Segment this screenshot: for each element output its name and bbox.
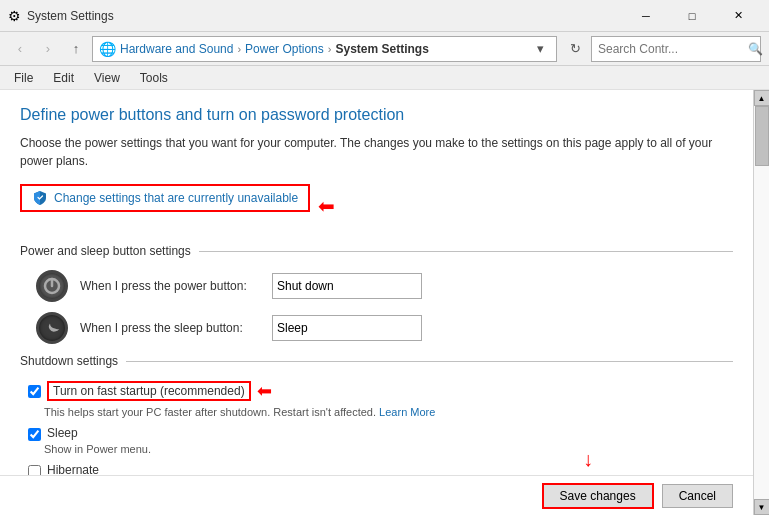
breadcrumb-hardware[interactable]: Hardware and Sound bbox=[120, 42, 233, 56]
sleep-button-icon bbox=[36, 312, 68, 344]
sleep-show-checkbox[interactable] bbox=[28, 428, 41, 441]
menu-view[interactable]: View bbox=[88, 69, 126, 87]
breadcrumb-current: System Settings bbox=[335, 42, 428, 56]
section2-title: Shutdown settings bbox=[20, 354, 118, 368]
section1-title: Power and sleep button settings bbox=[20, 244, 191, 258]
arrow-right-red: ⬅ bbox=[318, 194, 335, 218]
learn-more-link[interactable]: Learn More bbox=[379, 406, 435, 418]
fast-startup-arrow: ⬅ bbox=[257, 380, 272, 402]
change-settings-link[interactable]: Change settings that are currently unava… bbox=[54, 191, 298, 205]
address-dropdown-button[interactable]: ▾ bbox=[530, 37, 550, 61]
main-content: Define power buttons and turn on passwor… bbox=[0, 90, 769, 515]
title-bar: ⚙ System Settings ─ □ ✕ bbox=[0, 0, 769, 32]
sleep-button-label: When I press the sleep button: bbox=[80, 321, 260, 335]
window-title: System Settings bbox=[27, 9, 623, 23]
refresh-button[interactable]: ↻ bbox=[563, 37, 587, 61]
sleep-show-label[interactable]: Sleep bbox=[47, 426, 78, 440]
red-down-arrow: ↓ bbox=[583, 448, 593, 471]
power-button-dropdown[interactable]: Shut down Sleep Hibernate Turn off the d… bbox=[272, 273, 422, 299]
globe-icon: 🌐 bbox=[99, 41, 116, 57]
section2-header: Shutdown settings bbox=[20, 354, 733, 368]
sleep-show-desc: Show in Power menu. bbox=[44, 443, 733, 455]
fast-startup-label[interactable]: Turn on fast startup (recommended) bbox=[53, 384, 245, 398]
page-title: Define power buttons and turn on passwor… bbox=[20, 106, 733, 124]
section2-line bbox=[126, 361, 733, 362]
scroll-down-button[interactable]: ▼ bbox=[754, 499, 770, 515]
up-button[interactable]: ↑ bbox=[64, 37, 88, 61]
search-icon[interactable]: 🔍 bbox=[748, 42, 763, 56]
section1-line bbox=[199, 251, 733, 252]
nav-bar: ‹ › ↑ 🌐 Hardware and Sound › Power Optio… bbox=[0, 32, 769, 66]
page-desc: Choose the power settings that you want … bbox=[20, 134, 733, 170]
sleep-button-dropdown[interactable]: Sleep Hibernate Shut down Turn off the d… bbox=[272, 315, 422, 341]
minimize-button[interactable]: ─ bbox=[623, 0, 669, 32]
shield-icon bbox=[32, 190, 48, 206]
power-button-icon bbox=[36, 270, 68, 302]
back-button[interactable]: ‹ bbox=[8, 37, 32, 61]
menu-edit[interactable]: Edit bbox=[47, 69, 80, 87]
change-settings-box[interactable]: Change settings that are currently unava… bbox=[20, 184, 310, 212]
scroll-up-button[interactable]: ▲ bbox=[754, 90, 770, 106]
section1-header: Power and sleep button settings bbox=[20, 244, 733, 258]
breadcrumb-power[interactable]: Power Options bbox=[245, 42, 324, 56]
fast-startup-desc: This helps start your PC faster after sh… bbox=[44, 406, 733, 418]
power-button-label: When I press the power button: bbox=[80, 279, 260, 293]
window-controls: ─ □ ✕ bbox=[623, 0, 761, 32]
bottom-bar: ↓ Save changes Cancel bbox=[0, 475, 753, 515]
sleep-show-row: Sleep bbox=[20, 426, 733, 441]
window-icon: ⚙ bbox=[8, 8, 21, 24]
search-input[interactable] bbox=[598, 42, 748, 56]
content-area: Define power buttons and turn on passwor… bbox=[0, 90, 753, 515]
close-button[interactable]: ✕ bbox=[715, 0, 761, 32]
maximize-button[interactable]: □ bbox=[669, 0, 715, 32]
power-button-row: When I press the power button: Shut down… bbox=[20, 270, 733, 302]
cancel-button[interactable]: Cancel bbox=[662, 484, 733, 508]
fast-startup-box: Turn on fast startup (recommended) bbox=[47, 381, 251, 401]
breadcrumb-sep-1: › bbox=[237, 43, 241, 55]
scrollbar: ▲ ▼ bbox=[753, 90, 769, 515]
forward-button[interactable]: › bbox=[36, 37, 60, 61]
save-changes-button[interactable]: Save changes bbox=[542, 483, 654, 509]
breadcrumb-sep-2: › bbox=[328, 43, 332, 55]
address-bar[interactable]: 🌐 Hardware and Sound › Power Options › S… bbox=[92, 36, 557, 62]
fast-startup-checkbox[interactable] bbox=[28, 385, 41, 398]
menu-file[interactable]: File bbox=[8, 69, 39, 87]
sleep-button-row: When I press the sleep button: Sleep Hib… bbox=[20, 312, 733, 344]
fast-startup-desc-text: This helps start your PC faster after sh… bbox=[44, 406, 376, 418]
search-box[interactable]: 🔍 bbox=[591, 36, 761, 62]
scroll-track[interactable] bbox=[754, 106, 769, 499]
sleep-icon-svg bbox=[43, 319, 61, 337]
menu-bar: File Edit View Tools bbox=[0, 66, 769, 90]
power-icon-svg bbox=[43, 277, 61, 295]
menu-tools[interactable]: Tools bbox=[134, 69, 174, 87]
scroll-thumb[interactable] bbox=[755, 106, 769, 166]
